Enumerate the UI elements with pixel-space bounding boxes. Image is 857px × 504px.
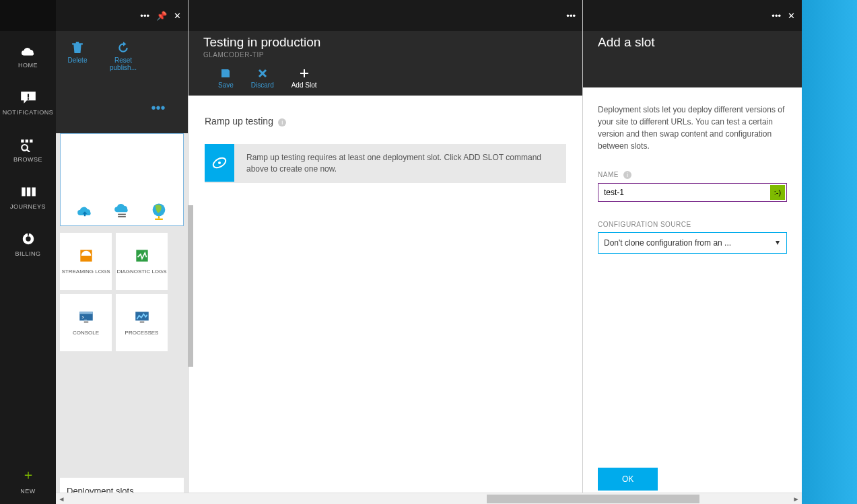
preview-box[interactable] [60, 133, 184, 226]
scroll-right-arrow[interactable]: ► [790, 493, 802, 504]
add-slot-blade: ••• ✕ Add a slot Deployment slots let yo… [583, 0, 802, 504]
nav-billing[interactable]: BILLING [0, 219, 56, 266]
diagnostic-logs-icon [133, 248, 151, 263]
nav-rail: HOME NOTIFICATIONS BROWSE JOURNEYS BILLI… [0, 0, 56, 504]
add-slot-description: Deployment slots let you deploy differen… [598, 104, 787, 152]
svg-rect-8 [26, 188, 30, 196]
more-icon[interactable]: ••• [566, 11, 576, 20]
svg-point-27 [218, 161, 221, 164]
plus-icon [298, 68, 310, 79]
col3-title-area: Add a slot [583, 31, 802, 87]
right-gutter [802, 0, 857, 504]
processes-icon [133, 310, 151, 324]
rail-top-spacer [0, 0, 56, 31]
col2-toolbar: Save Discard Add Slot [203, 59, 568, 96]
col3-title: Add a slot [598, 35, 787, 50]
col2-title: Testing in production [203, 35, 568, 50]
speech-alert-icon [20, 90, 37, 105]
testing-in-production-blade: ••• Testing in production GLAMCODER-TIP … [188, 0, 583, 504]
plus-icon: ＋ [22, 466, 35, 484]
cloud-lines-icon [112, 201, 131, 220]
reset-publish-button[interactable]: Reset publish... [107, 42, 139, 133]
svg-rect-23 [83, 322, 88, 323]
more-icon[interactable]: ••• [140, 11, 149, 20]
col2-content: Ramp up testing i Ramp up testing requir… [188, 96, 582, 203]
config-source-select[interactable]: Don't clone configuration from an ... [598, 232, 787, 254]
svg-rect-9 [32, 188, 35, 196]
add-slot-label: Add Slot [292, 81, 317, 89]
nav-journeys[interactable]: JOURNEYS [0, 172, 56, 219]
journeys-icon [20, 184, 37, 199]
svg-rect-16 [158, 216, 160, 219]
save-icon [219, 68, 232, 79]
validation-ok-icon: :-) [770, 185, 785, 200]
more-icon[interactable]: ••• [772, 11, 781, 20]
tile-processes[interactable]: PROCESSES [116, 294, 168, 351]
col2-title-area: Testing in production GLAMCODER-TIP Save… [188, 31, 582, 96]
col3-content: Deployment slots let you deploy differen… [583, 87, 802, 457]
tile-console[interactable]: >_ CONSOLE [60, 294, 112, 351]
trash-icon [71, 42, 83, 54]
scroll-thumb[interactable] [487, 495, 699, 503]
toolbar-more-icon[interactable]: ••• [142, 100, 174, 116]
tile-diagnostic-logs[interactable]: DIAGNOSTIC LOGS [116, 233, 168, 290]
save-label: Save [218, 81, 234, 89]
nav-home-label: HOME [18, 62, 38, 69]
col1-header: ••• 📌 ✕ [56, 0, 188, 31]
discard-icon [256, 68, 269, 79]
scroll-left-arrow[interactable]: ◄ [56, 493, 67, 504]
reset-label: Reset publish... [107, 57, 139, 71]
config-source-value: Don't clone configuration from an ... [604, 238, 731, 248]
nav-new[interactable]: ＋ NEW [0, 454, 56, 504]
browse-icon [20, 137, 37, 152]
col2-header: ••• [188, 0, 582, 31]
nav-notifications-label: NOTIFICATIONS [3, 109, 53, 116]
horizontal-scrollbar[interactable]: ◄ ► [56, 493, 802, 504]
info-icon[interactable]: i [623, 171, 631, 179]
name-field-label: NAME [598, 171, 619, 178]
nav-journeys-label: JOURNEYS [10, 203, 46, 210]
cloud-icon [20, 43, 37, 58]
slot-name-input[interactable] [598, 183, 787, 202]
ok-button[interactable]: OK [598, 468, 658, 491]
tile-streaming-logs[interactable]: STREAMING LOGS [60, 233, 112, 290]
globe-icon [149, 201, 168, 220]
col2-subtitle: GLAMCODER-TIP [203, 51, 568, 59]
tile-streaming-logs-label: STREAMING LOGS [61, 268, 110, 275]
banner-icon-box [205, 144, 234, 182]
tile-processes-label: PROCESSES [125, 330, 159, 336]
discard-label: Discard [251, 81, 274, 89]
add-slot-button[interactable]: Add Slot [292, 68, 317, 89]
reset-icon [117, 42, 129, 54]
delete-button[interactable]: Delete [61, 42, 94, 133]
svg-text:>_: >_ [81, 315, 87, 320]
resize-handle[interactable] [188, 205, 193, 367]
slot-icon [211, 155, 228, 171]
close-icon[interactable]: ✕ [788, 11, 795, 20]
console-icon: >_ [77, 310, 95, 324]
nav-home[interactable]: HOME [0, 31, 56, 78]
svg-point-11 [26, 236, 30, 241]
pin-icon[interactable]: 📌 [156, 11, 167, 20]
banner-text: Ramp up testing requires at least one de… [234, 144, 566, 183]
svg-rect-14 [118, 216, 126, 217]
col3-header: ••• ✕ [583, 0, 802, 31]
close-icon[interactable]: ✕ [174, 11, 181, 20]
svg-rect-3 [25, 139, 28, 142]
streaming-logs-icon [77, 248, 95, 263]
cloud-arrow-icon [75, 201, 94, 220]
delete-label: Delete [68, 57, 88, 64]
billing-icon [20, 231, 37, 246]
nav-notifications[interactable]: NOTIFICATIONS [0, 78, 56, 125]
discard-button[interactable]: Discard [251, 68, 274, 89]
nav-browse[interactable]: BROWSE [0, 125, 56, 172]
save-button[interactable]: Save [218, 68, 234, 89]
svg-rect-25 [139, 322, 144, 323]
resource-blade: ••• 📌 ✕ Delete Reset publish... ••• STRE… [56, 0, 188, 504]
ramp-up-heading: Ramp up testing [205, 116, 273, 127]
svg-rect-1 [27, 98, 28, 100]
info-banner: Ramp up testing requires at least one de… [205, 144, 566, 183]
svg-rect-0 [27, 94, 28, 98]
config-source-label: CONFIGURATION SOURCE [598, 221, 691, 228]
info-icon[interactable]: i [278, 118, 286, 127]
